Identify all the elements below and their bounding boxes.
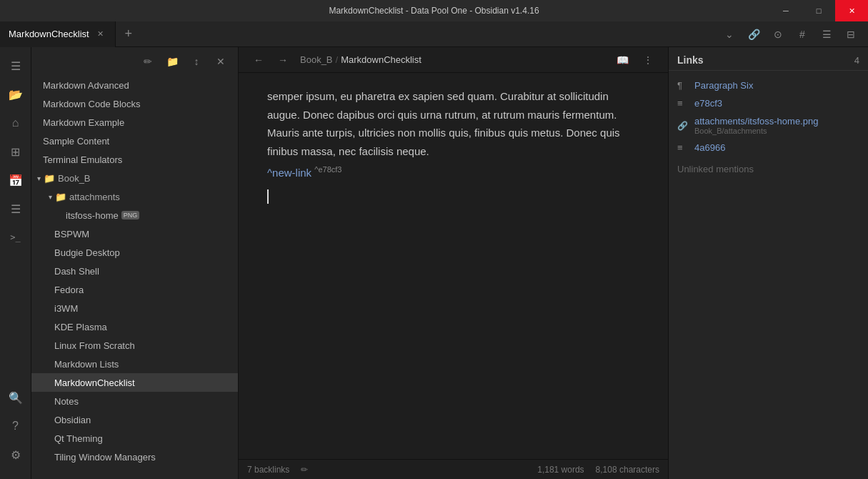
sidebar-item-markdown-advanced[interactable]: Markdown Advanced xyxy=(31,76,238,94)
back-button[interactable]: ← xyxy=(247,49,270,71)
more-options-editor-button[interactable]: ⋮ xyxy=(637,49,659,71)
more-options-btn[interactable]: ☰ xyxy=(815,23,838,46)
activity-checklist[interactable]: ☰ xyxy=(3,196,29,222)
sidebar-item-fedora[interactable]: Fedora xyxy=(31,280,238,299)
breadcrumb-current: MarkdownChecklist xyxy=(341,54,421,65)
activity-grid[interactable]: ⊞ xyxy=(3,139,29,164)
sidebar-folder-book-b[interactable]: ▾ 📁 Book_B xyxy=(31,169,238,187)
editor-new-link: ^new-link xyxy=(267,167,311,179)
editor-footnote: ^e78cf3 xyxy=(314,165,341,174)
link-item-4a6966[interactable]: ≡ 4a6966 xyxy=(669,139,868,157)
activity-files[interactable]: 📂 xyxy=(3,82,29,107)
forward-button[interactable]: → xyxy=(271,49,294,71)
editor-text-body: semper ipsum, eu pharetra ex sapien sed … xyxy=(267,87,639,182)
link-item-paragraph-six[interactable]: ¶ Paragraph Six xyxy=(669,76,868,94)
sidebar-item-markdown-example[interactable]: Markdown Example xyxy=(31,113,238,132)
new-note-button[interactable]: ✏ xyxy=(136,50,159,73)
word-count: 1,181 words xyxy=(537,465,584,475)
sidebar-item-budgie-desktop[interactable]: Budgie Desktop xyxy=(31,243,238,262)
tab-bar-right: ⌄ 🔗 ⊙ # ☰ ⊟ xyxy=(718,23,868,46)
activity-bar: ☰ 📂 ⌂ ⊞ 📅 ☰ >_ 🔍 ? ⚙ xyxy=(0,47,31,479)
tab-markdownchecklist[interactable]: MarkdownChecklist ✕ xyxy=(0,21,116,47)
breadcrumb: Book_B / MarkdownChecklist xyxy=(300,54,605,65)
sidebar-item-itsfoss-home[interactable]: itsfoss-home PNG xyxy=(31,206,238,224)
block-icon-2: ≡ xyxy=(677,142,689,153)
edit-icon[interactable]: ✏ xyxy=(301,465,308,475)
sidebar-file-tree: Markdown Advanced Markdown Code Blocks M… xyxy=(31,76,238,479)
unlinked-mentions[interactable]: Unlinked mentions xyxy=(669,157,868,179)
panel-title: Links xyxy=(677,54,704,66)
chevron-down-icon: ▾ xyxy=(37,174,41,182)
panel-links-list: ¶ Paragraph Six ≡ e78cf3 🔗 attachments/i… xyxy=(669,71,868,479)
sidebar-item-i3wm[interactable]: i3WM xyxy=(31,299,238,317)
backlinks-count[interactable]: 7 backlinks xyxy=(247,465,289,475)
attachment-icon: 🔗 xyxy=(677,121,689,131)
sidebar-item-markdown-code-blocks[interactable]: Markdown Code Blocks xyxy=(31,94,238,113)
text-cursor xyxy=(267,189,269,204)
tab-close-button[interactable]: ✕ xyxy=(95,29,106,40)
window-title: MarkdownChecklist - Data Pool One - Obsi… xyxy=(329,6,539,16)
panel-count: 4 xyxy=(854,55,859,66)
editor-footer: 7 backlinks ✏ 1,181 words 8,108 characte… xyxy=(239,459,668,479)
panel-header: Links 4 xyxy=(669,47,868,71)
sidebar-item-markdown-lists[interactable]: Markdown Lists xyxy=(31,355,238,373)
sidebar-toggle-btn[interactable]: ⊟ xyxy=(839,23,862,46)
sidebar-item-linux-from-scratch[interactable]: Linux From Scratch xyxy=(31,336,238,355)
activity-bottom: 🔍 ? ⚙ xyxy=(3,385,29,473)
editor-paragraph: semper ipsum, eu pharetra ex sapien sed … xyxy=(267,87,639,160)
sidebar-item-qt-theming[interactable]: Qt Theming xyxy=(31,429,238,448)
sidebar-item-kde-plasma[interactable]: KDE Plasma xyxy=(31,317,238,336)
editor-area: ← → Book_B / MarkdownChecklist 📖 ⋮ sempe… xyxy=(239,47,668,479)
activity-settings[interactable]: ⚙ xyxy=(3,442,29,468)
tags-icon-btn[interactable]: # xyxy=(791,23,814,46)
heading-icon: ¶ xyxy=(677,80,689,91)
link-item-e78cf3[interactable]: ≡ e78cf3 xyxy=(669,94,868,112)
backlinks-icon-btn[interactable]: 🔗 xyxy=(742,23,765,46)
folder-icon: 📁 xyxy=(44,173,55,184)
link-label-paragraph-six: Paragraph Six xyxy=(694,80,753,91)
link-item-attachment[interactable]: 🔗 attachments/itsfoss-home.png Book_B/at… xyxy=(669,112,868,139)
breadcrumb-separator: / xyxy=(336,54,339,65)
png-badge: PNG xyxy=(121,211,140,219)
sidebar-item-markdownchecklist[interactable]: MarkdownChecklist xyxy=(31,373,238,392)
new-tab-button[interactable]: + xyxy=(116,21,141,47)
editor-link-line: ^new-link ^e78cf3 xyxy=(267,163,639,182)
sidebar-item-notes[interactable]: Notes xyxy=(31,392,238,410)
footer-stats: 1,181 words 8,108 characters xyxy=(537,465,659,475)
new-folder-button[interactable]: 📁 xyxy=(161,50,184,73)
right-panel: Links 4 ¶ Paragraph Six ≡ e78cf3 🔗 attac… xyxy=(668,47,868,479)
link-label-attachment: attachments/itsfoss-home.png xyxy=(694,116,818,127)
minimize-button[interactable]: ─ xyxy=(769,0,802,21)
sidebar-item-terminal-emulators[interactable]: Terminal Emulators xyxy=(31,150,238,169)
sort-button[interactable]: ↕ xyxy=(185,50,208,73)
activity-help[interactable]: ? xyxy=(3,413,29,439)
sidebar-item-dash-shell[interactable]: Dash Shell xyxy=(31,262,238,280)
activity-search-bottom[interactable]: 🔍 xyxy=(3,385,29,410)
close-sidebar-button[interactable]: ✕ xyxy=(209,50,232,73)
activity-terminal[interactable]: >_ xyxy=(3,224,29,250)
sidebar-item-tiling-window-managers[interactable]: Tiling Window Managers xyxy=(31,448,238,466)
window-controls: ─ □ ✕ xyxy=(769,0,868,21)
sidebar-toolbar: ✏ 📁 ↕ ✕ xyxy=(31,47,238,76)
activity-calendar[interactable]: 📅 xyxy=(3,167,29,193)
tab-dropdown-button[interactable]: ⌄ xyxy=(718,23,741,46)
tab-label: MarkdownChecklist xyxy=(9,29,89,39)
activity-home[interactable]: ⌂ xyxy=(3,110,29,136)
breadcrumb-parent[interactable]: Book_B xyxy=(300,54,333,65)
main-area: ☰ 📂 ⌂ ⊞ 📅 ☰ >_ 🔍 ? ⚙ ✏ 📁 ↕ ✕ Markdown Ad… xyxy=(0,47,868,479)
tab-bar: MarkdownChecklist ✕ + ⌄ 🔗 ⊙ # ☰ ⊟ xyxy=(0,21,868,47)
activity-menu[interactable]: ☰ xyxy=(3,53,29,79)
graph-icon-btn[interactable]: ⊙ xyxy=(767,23,789,46)
link-label-4a6966: 4a6966 xyxy=(694,142,725,153)
reading-mode-button[interactable]: 📖 xyxy=(611,49,634,71)
link-attachment-info: attachments/itsfoss-home.png Book_B/atta… xyxy=(694,116,818,135)
sidebar-item-bspwm[interactable]: BSPWM xyxy=(31,224,238,243)
sidebar-item-obsidian[interactable]: Obsidian xyxy=(31,410,238,429)
editor-content[interactable]: semper ipsum, eu pharetra ex sapien sed … xyxy=(239,73,668,459)
character-count: 8,108 characters xyxy=(596,465,659,475)
folder-icon: 📁 xyxy=(55,192,66,202)
sidebar-folder-attachments[interactable]: ▾ 📁 attachments xyxy=(31,187,238,206)
sidebar-item-sample-content[interactable]: Sample Content xyxy=(31,132,238,150)
close-button[interactable]: ✕ xyxy=(835,0,868,21)
maximize-button[interactable]: □ xyxy=(802,0,835,21)
